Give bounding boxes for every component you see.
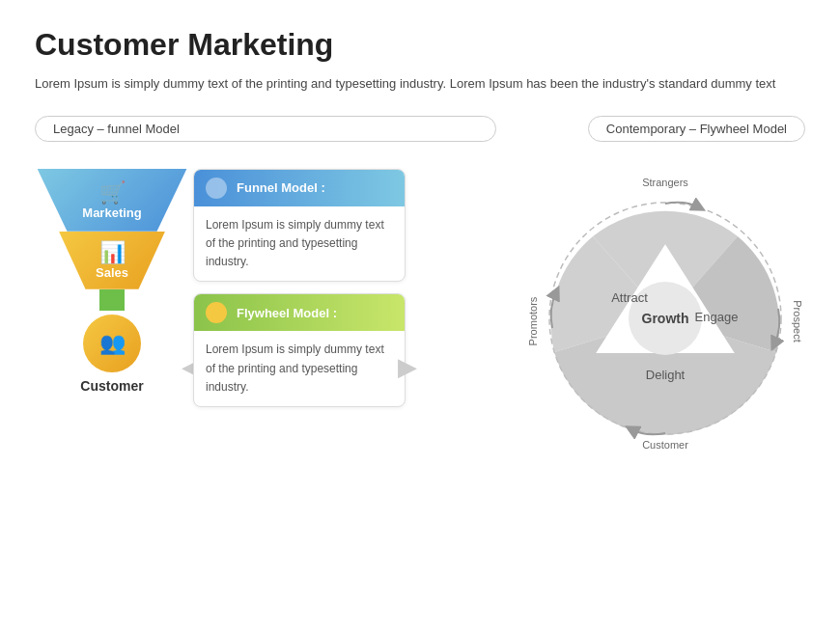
- svg-text:Engage: Engage: [695, 310, 739, 324]
- left-column: Legacy – funnel Model 🛒 Marketing 📊 Sale…: [35, 116, 496, 407]
- svg-text:Attract: Attract: [611, 290, 648, 305]
- flywheel-card: Flywheel Model : Lorem Ipsum is simply d…: [193, 293, 406, 407]
- funnel-dot: [206, 178, 227, 199]
- flywheel-card-body: Lorem Ipsum is simply dummy text of the …: [194, 331, 405, 406]
- funnel-marketing-segment: 🛒 Marketing: [38, 169, 187, 232]
- flywheel-card-header: Flywheel Model :: [194, 294, 405, 331]
- svg-text:Promotors: Promotors: [527, 296, 539, 345]
- customer-label: Customer: [80, 378, 143, 394]
- sales-icon: 📊: [99, 240, 126, 265]
- right-arrow: ▶: [398, 352, 417, 382]
- funnel-card: Funnel Model : Lorem Ipsum is simply dum…: [193, 169, 406, 283]
- legacy-label: Legacy – funnel Model: [35, 116, 496, 142]
- funnel-diagram: 🛒 Marketing 📊 Sales 👥 Customer: [35, 169, 189, 394]
- page-title: Customer Marketing: [35, 27, 805, 63]
- flywheel-section-label: Contemporary – Flywheel Model: [588, 116, 805, 142]
- flywheel-svg: Strangers Promotors Prospect Customer At…: [516, 159, 805, 458]
- right-column: Contemporary – Flywheel Model: [516, 116, 805, 458]
- funnel-card-title: Funnel Model :: [237, 180, 325, 195]
- main-columns: Legacy – funnel Model 🛒 Marketing 📊 Sale…: [35, 116, 805, 458]
- arrow-right-icon: ▶: [398, 352, 417, 382]
- cart-icon: 🛒: [99, 180, 126, 205]
- sales-label: Sales: [96, 265, 128, 280]
- marketing-label: Marketing: [82, 205, 141, 220]
- subtitle-text: Lorem Ipsum is simply dummy text of the …: [35, 74, 805, 95]
- svg-text:Strangers: Strangers: [642, 177, 688, 188]
- slide: Customer Marketing Lorem Ipsum is simply…: [0, 0, 840, 630]
- flywheel-diagram: Strangers Promotors Prospect Customer At…: [516, 159, 805, 458]
- funnel-sales-segment: 📊 Sales: [59, 232, 165, 289]
- model-cards: Funnel Model : Lorem Ipsum is simply dum…: [193, 169, 406, 407]
- customer-circle: 👥: [83, 315, 141, 372]
- flywheel-card-title: Flywheel Model :: [237, 306, 337, 320]
- funnel-card-header: Funnel Model :: [194, 170, 405, 206]
- svg-text:Delight: Delight: [646, 368, 686, 382]
- svg-text:Prospect: Prospect: [792, 300, 803, 342]
- people-icon: 👥: [99, 331, 126, 356]
- svg-text:Customer: Customer: [642, 439, 688, 451]
- flywheel-dot: [206, 302, 227, 323]
- svg-text:Growth: Growth: [642, 311, 689, 326]
- funnel-card-body: Lorem Ipsum is simply dummy text of the …: [194, 206, 405, 282]
- funnel-stem: [99, 289, 125, 311]
